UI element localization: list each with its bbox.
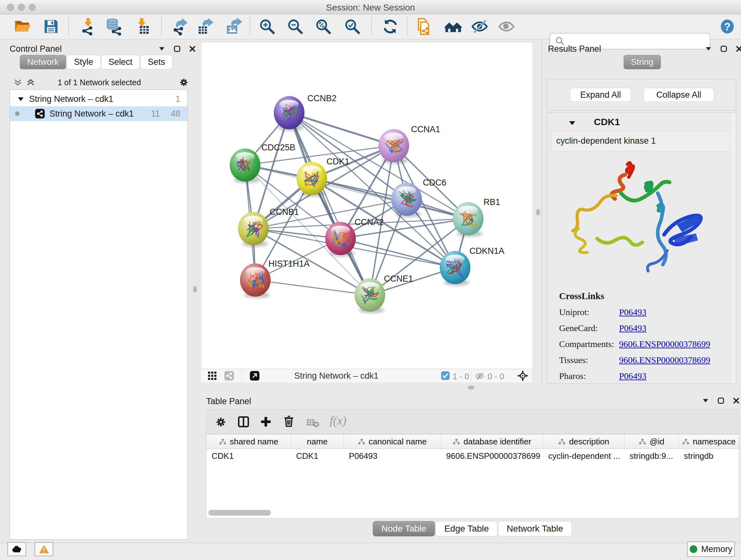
protein-structure-image (562, 155, 712, 283)
warnings-button[interactable] (35, 542, 53, 556)
show-columns-icon[interactable] (237, 415, 250, 428)
column-header-canonical-name[interactable]: canonical name (344, 435, 441, 449)
tab-string[interactable]: String (623, 55, 661, 69)
import-table-file-button[interactable] (133, 17, 151, 36)
crosslink-compartments[interactable]: 9606.ENSP00000378699 (619, 339, 710, 349)
column-type-icon (453, 439, 460, 445)
panel-menu-icon[interactable] (705, 46, 712, 51)
detach-view-icon[interactable] (250, 371, 260, 381)
crosslink-tissues[interactable]: 9606.ENSP00000378699 (619, 355, 710, 365)
zoom-in-button[interactable] (258, 17, 276, 36)
tab-network[interactable]: Network (20, 55, 66, 69)
vertical-splitter-handle[interactable] (536, 209, 540, 215)
open-session-button[interactable] (13, 17, 31, 36)
network-node-CDKN1A[interactable]: CDKN1A (440, 246, 504, 286)
table-settings-gear-icon[interactable] (215, 416, 227, 428)
horizontal-splitter-handle[interactable] (468, 386, 474, 389)
section-expander-icon[interactable] (569, 120, 576, 125)
expand-all-button[interactable]: Expand All (570, 88, 631, 102)
node-count: 11 (151, 109, 160, 119)
tab-edge-table[interactable]: Edge Table (435, 521, 497, 537)
node-table: shared name name canonical name database… (206, 434, 739, 518)
table-horizontal-scrollbar[interactable] (208, 510, 271, 516)
column-header-shared-name[interactable]: shared name (206, 435, 291, 449)
crosslink-label: Uniprot: (559, 307, 619, 317)
birdseye-toggle-icon[interactable] (517, 370, 529, 381)
network-view-mode-icon[interactable] (224, 371, 234, 381)
memory-status-dot (690, 545, 697, 553)
copy-network-icon (414, 17, 432, 36)
panel-menu-icon[interactable] (158, 46, 165, 51)
float-panel-icon[interactable] (720, 45, 727, 52)
column-header-id[interactable]: @id (624, 435, 679, 449)
import-network-database-button[interactable] (105, 17, 123, 36)
float-panel-icon[interactable] (174, 45, 181, 52)
column-type-icon (219, 439, 226, 445)
help-button[interactable]: ? (718, 17, 737, 36)
delete-column-icon[interactable] (282, 415, 295, 428)
column-header-database-identifier[interactable]: database identifier (441, 435, 543, 449)
results-button-bar: Expand All Collapse All (547, 79, 736, 111)
memory-button[interactable]: Memory (687, 542, 735, 557)
home-view-button[interactable] (444, 17, 462, 36)
column-header-description[interactable]: description (543, 435, 624, 449)
network-canvas[interactable]: CCNB2CCNA1CDC25BCDK1CDC6RB1CCNB1CCNA2CDK… (201, 43, 533, 369)
float-panel-icon[interactable] (718, 397, 724, 404)
hide-selected-button[interactable] (470, 17, 489, 36)
apply-layout-button[interactable] (381, 17, 400, 36)
cell-canonical-name: P06493 (344, 451, 441, 461)
panel-menu-icon[interactable] (702, 398, 709, 403)
hidden-items-icon (475, 371, 484, 381)
export-image-button[interactable] (225, 17, 244, 36)
tab-network-table[interactable]: Network Table (498, 521, 572, 537)
column-header-namespace[interactable]: namespace (679, 435, 739, 449)
clone-network-button[interactable] (414, 17, 433, 36)
selected-nodes-checkbox[interactable] (441, 371, 450, 380)
zoom-out-button[interactable] (286, 17, 305, 36)
network-view-toolbar: String Network – cdk1 1 - 0 0 - 0 (201, 369, 532, 382)
export-table-button[interactable] (197, 17, 215, 36)
column-header-name[interactable]: name (291, 435, 344, 449)
crosslink-uniprot[interactable]: P06493 (619, 307, 710, 317)
vertical-splitter-handle[interactable] (193, 286, 197, 293)
tab-node-table[interactable]: Node Table (373, 521, 435, 537)
zoom-selected-icon (344, 18, 361, 35)
results-scrollbar[interactable] (731, 113, 736, 383)
tab-sets[interactable]: Sets (140, 55, 172, 69)
toolbar-separator (68, 17, 69, 36)
close-panel-icon[interactable] (733, 397, 740, 404)
network-node-HIST1H1A[interactable]: HIST1H1A (240, 259, 310, 298)
add-column-icon[interactable] (259, 415, 272, 428)
network-row-selected[interactable]: String Network – cdk1 11 48 (10, 106, 187, 121)
tab-select[interactable]: Select (101, 55, 140, 69)
results-panel: Results Panel String Expand All Collapse… (542, 42, 741, 384)
crosslink-label: Tissues: (559, 355, 619, 365)
crosslink-label: GeneCard: (559, 323, 619, 333)
tab-style[interactable]: Style (67, 55, 100, 69)
grid-mode-icon[interactable] (207, 371, 217, 381)
tree-expander-icon[interactable] (17, 97, 24, 102)
show-all-button[interactable] (497, 17, 516, 36)
close-panel-icon[interactable] (736, 45, 741, 52)
import-network-file-button[interactable] (79, 17, 98, 36)
cloud-status-button[interactable] (7, 542, 26, 556)
crosslink-pharos[interactable]: P06493 (619, 371, 710, 381)
collapse-all-button[interactable]: Collapse All (643, 88, 714, 102)
save-session-button[interactable] (42, 17, 60, 36)
cell-namespace: stringdb (679, 451, 739, 461)
crosslink-genecard[interactable]: P06493 (619, 323, 710, 333)
zoom-fit-icon (315, 18, 332, 35)
network-node-CCNA1[interactable]: CCNA1 (379, 125, 441, 164)
network-collection-row[interactable]: String Network – cdk1 1 (10, 91, 187, 106)
table-toolbar: f(x) (206, 409, 739, 434)
close-panel-icon[interactable] (189, 45, 196, 52)
toolbar-separator (407, 17, 408, 36)
help-icon: ? (719, 18, 736, 35)
zoom-selected-button[interactable] (343, 17, 361, 36)
control-panel: Control Panel NetworkStyleSelectSets 1 o… (3, 42, 189, 540)
network-node-RB1[interactable]: RB1 (453, 197, 500, 237)
table-row[interactable]: CDK1 CDK1 P06493 9606.ENSP00000378699 cy… (206, 449, 739, 463)
export-network-button[interactable] (171, 17, 190, 36)
zoom-fit-button[interactable] (314, 17, 333, 36)
gear-icon[interactable] (179, 77, 189, 87)
